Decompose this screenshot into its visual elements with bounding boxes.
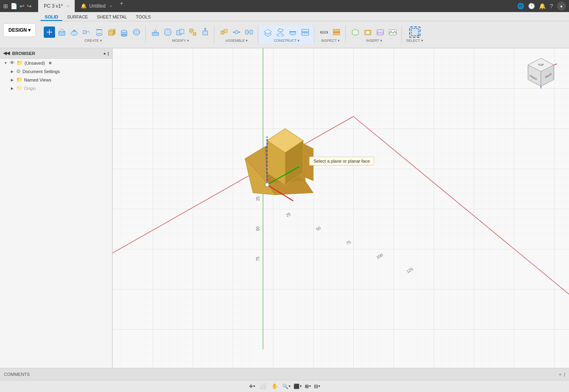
svg-rect-47 [302, 33, 309, 35]
view-tool-group[interactable]: ⬛ ▾ [293, 384, 302, 389]
rigid-group-icon[interactable] [243, 27, 255, 38]
viewport[interactable]: 25 50 75 100 125 25 50 75 [112, 48, 569, 368]
browser-expand-icon[interactable]: ◀◀ [3, 51, 10, 56]
tab-surface[interactable]: SURFACE [63, 14, 92, 21]
tree-item-unsaved[interactable]: ▼ 👁 📁 (Unsaved) ⏺ [0, 59, 112, 67]
new-sketch-icon[interactable] [44, 27, 55, 38]
view-bottom-icon: ⬛ [294, 384, 300, 389]
plane-angle-icon[interactable] [275, 27, 286, 38]
modify-label[interactable]: MODIFY ▾ [172, 39, 189, 43]
grid-tool-group[interactable]: ⊞ ▾ [304, 384, 312, 389]
browser-pin-icon[interactable]: | [108, 51, 109, 56]
design-button[interactable]: DESIGN ▾ [3, 23, 36, 37]
svg-point-17 [133, 29, 140, 35]
sweep-icon[interactable] [81, 27, 92, 38]
comments-add-icon[interactable]: + [559, 372, 561, 377]
tab-pc3-label: PC 3 v1* [44, 3, 63, 9]
press-pull-icon[interactable] [150, 27, 161, 38]
joint-icon[interactable] [231, 27, 242, 38]
new-component-icon[interactable] [218, 27, 230, 38]
scale-icon[interactable] [187, 27, 198, 38]
svg-line-68 [353, 116, 569, 295]
svg-rect-46 [302, 29, 309, 32]
redo-icon[interactable]: ↪ [27, 3, 32, 9]
assemble-label[interactable]: ASSEMBLE ▾ [225, 39, 248, 43]
coord-cube[interactable]: TOP FRONT RIGHT Z X [525, 56, 557, 88]
tangent-plane-icon[interactable] [287, 27, 298, 38]
tab-untitled[interactable]: 🔔 Untitled × [75, 0, 118, 12]
tab-pc3-close[interactable]: × [67, 4, 69, 8]
bell-icon[interactable]: 🔔 [539, 3, 546, 9]
undo-icon[interactable]: ↩ [20, 3, 24, 9]
inspect-label[interactable]: INSPECT ▾ [321, 39, 340, 43]
sphere-icon[interactable] [131, 27, 142, 38]
svg-marker-81 [265, 147, 305, 183]
select-box-icon[interactable] [409, 27, 420, 38]
main-area: ◀◀ BROWSER ● | ▼ 👁 📁 (Unsaved) ⏺ ▶ ⚙ Doc… [0, 48, 569, 368]
tree-arrow-unsaved[interactable]: ▼ [3, 61, 8, 65]
tab-tools[interactable]: TOOLS [132, 14, 155, 21]
loft-icon[interactable] [94, 27, 105, 38]
tab-solid[interactable]: SOLID [41, 14, 62, 21]
browser-dot-icon[interactable]: ● [103, 51, 106, 56]
tree-arrow-origin[interactable]: ▶ [10, 86, 14, 90]
section-analysis-icon[interactable] [331, 27, 342, 38]
construct-icons [262, 27, 311, 38]
svg-marker-85 [267, 129, 303, 153]
insert-image-icon[interactable] [387, 27, 398, 38]
tab-untitled-close[interactable]: × [110, 4, 112, 8]
midplane-icon[interactable] [300, 27, 311, 38]
svg-rect-63 [411, 29, 418, 36]
decal-icon[interactable] [362, 27, 373, 38]
tree-arrow-doc[interactable]: ▶ [10, 69, 14, 74]
pan-bottom-icon[interactable]: ✋ [269, 381, 280, 392]
svg-point-44 [290, 32, 296, 35]
toolbar-tab-row: SOLID SURFACE SHEET METAL TOOLS [39, 12, 569, 21]
svg-marker-20 [154, 30, 157, 33]
globe-icon[interactable]: 🌐 [517, 3, 524, 9]
zoom-tool-group[interactable]: 🔍 ▾ [281, 384, 291, 389]
folder-icon-origin: 📁 [16, 85, 22, 91]
move-tool-group[interactable]: ✛ ▾ [248, 384, 256, 389]
history-icon[interactable]: 🕐 [528, 3, 535, 9]
new-tab-button[interactable]: + [120, 0, 123, 12]
fillet-icon[interactable] [162, 27, 173, 38]
cylinder-icon[interactable] [118, 27, 130, 38]
tab-pc3[interactable]: PC 3 v1* × [38, 0, 75, 12]
move-icon[interactable] [200, 27, 211, 38]
tab-sheet-metal[interactable]: SHEET METAL [93, 14, 131, 21]
svg-text:75: 75 [256, 256, 260, 261]
offset-plane-icon[interactable] [262, 27, 273, 38]
display-tool-group[interactable]: ⊟ ▾ [313, 384, 321, 389]
capture-bottom-icon[interactable]: ⬜ [257, 381, 268, 392]
select-label[interactable]: SELECT ▾ [406, 39, 423, 43]
insert-mesh-icon[interactable] [350, 27, 361, 38]
extrude-icon[interactable] [56, 27, 67, 38]
browser-title: BROWSER [12, 51, 35, 56]
user-avatar[interactable]: ● [557, 2, 566, 10]
record-icon[interactable]: ⏺ [48, 61, 52, 65]
measure-icon[interactable] [318, 27, 330, 38]
tree-arrow-views[interactable]: ▶ [10, 78, 14, 82]
combine-icon[interactable] [175, 27, 186, 38]
construct-label[interactable]: CONSTRUCT ▾ [274, 39, 300, 43]
insert-label[interactable]: INSERT ▾ [366, 39, 382, 43]
revolve-icon[interactable] [69, 27, 80, 38]
comments-pin-icon[interactable]: | [564, 372, 565, 377]
app-grid-icon[interactable]: ⊞ [3, 3, 8, 9]
comments-bar: COMMENTS + | [0, 368, 569, 380]
tree-label-views: Named Views [24, 78, 51, 82]
svg-point-15 [121, 30, 127, 33]
insert-svg-icon[interactable]: SVG [375, 27, 386, 38]
tree-item-doc-settings[interactable]: ▶ ⚙ Document Settings [0, 67, 112, 76]
help-icon[interactable]: ? [550, 3, 553, 9]
assemble-group: ASSEMBLE ▾ [215, 26, 258, 43]
eye-icon[interactable]: 👁 [10, 60, 15, 66]
box-icon[interactable] [106, 27, 117, 38]
tree-item-named-views[interactable]: ▶ 📁 Named Views [0, 76, 112, 84]
tree-item-origin[interactable]: ▶ 📁 Origin [0, 84, 112, 92]
create-label[interactable]: CREATE ▾ [84, 39, 102, 43]
tree-label-unsaved: (Unsaved) [24, 61, 45, 65]
svg-marker-84 [245, 159, 275, 195]
file-icon[interactable]: 📄 [10, 3, 17, 9]
